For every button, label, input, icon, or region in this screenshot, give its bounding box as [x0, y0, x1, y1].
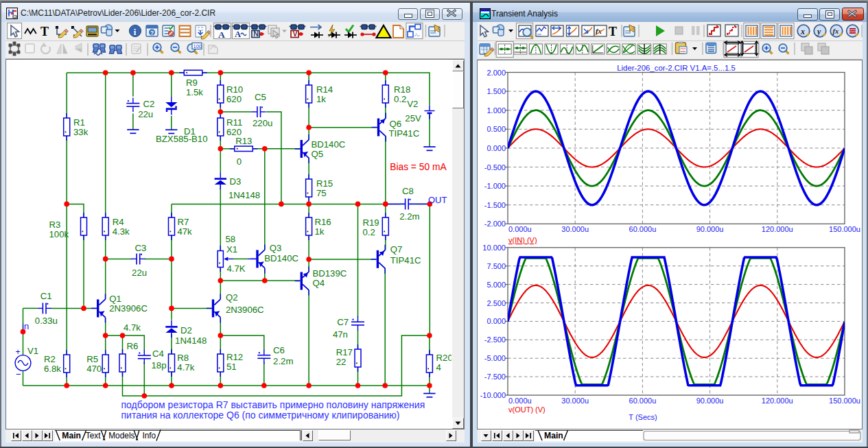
svg-text:x: x: [800, 27, 805, 36]
svg-text:y: y: [816, 27, 821, 36]
svg-text:T: T: [40, 25, 49, 38]
svg-text:100: 100: [193, 43, 202, 49]
svg-text:?: ?: [150, 30, 154, 36]
svg-text:V: V: [293, 30, 298, 38]
svg-text:T: T: [609, 25, 617, 38]
svg-text:N: N: [253, 30, 259, 38]
svg-text:i: i: [134, 27, 137, 37]
svg-text:A: A: [218, 30, 225, 40]
svg-text:fx: fx: [833, 27, 839, 35]
svg-text:A: A: [235, 30, 241, 39]
